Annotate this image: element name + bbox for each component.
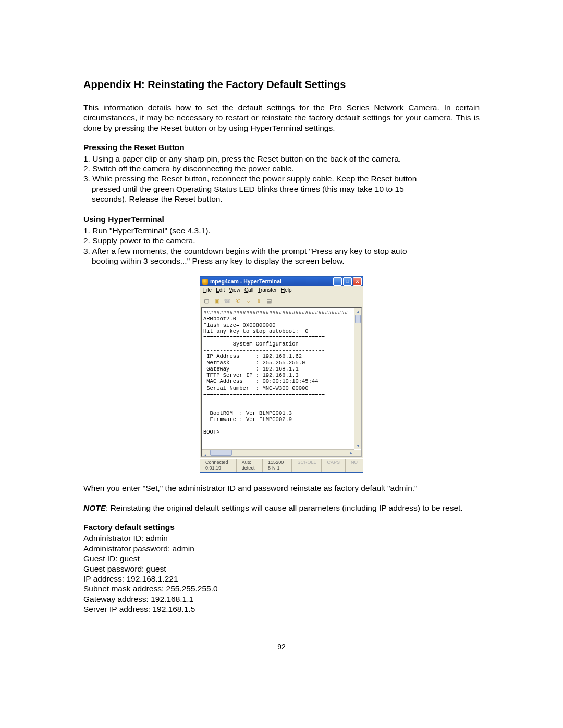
section-reset-button: Pressing the Reset Button 1. Using a pap… — [83, 142, 480, 204]
app-icon — [202, 279, 208, 285]
scroll-thumb[interactable] — [210, 450, 232, 456]
default-admin-id: Administrator ID: admin — [83, 533, 480, 543]
menu-help[interactable]: Help — [281, 287, 292, 294]
minimize-button[interactable]: _ — [333, 277, 342, 286]
document-page: Appendix H: Reinstating the Factory Defa… — [0, 0, 563, 728]
window-title: mpeg4cam - HyperTerminal — [210, 278, 282, 285]
step-1: 1. Run "HyperTerminal" (see 4.3.1). — [83, 226, 480, 236]
intro-paragraph: This information details how to set the … — [83, 103, 480, 133]
menu-file[interactable]: File — [203, 287, 212, 294]
hangup-icon[interactable]: ✆ — [234, 297, 242, 305]
resize-grip[interactable] — [354, 450, 361, 456]
menu-call[interactable]: Call — [244, 287, 253, 294]
receive-icon[interactable]: ⇧ — [254, 297, 263, 305]
page-title: Appendix H: Reinstating the Factory Defa… — [83, 78, 480, 91]
status-num: NU — [345, 459, 363, 473]
section-factory-defaults: Factory default settings Administrator I… — [83, 522, 480, 614]
section-hyperterminal: Using HyperTerminal 1. Run "HyperTermina… — [83, 214, 480, 266]
menu-bar: File Edit View Call Transfer Help — [200, 286, 363, 295]
status-caps: CAPS — [321, 459, 345, 473]
menu-transfer[interactable]: Transfer — [258, 287, 277, 294]
step-3b: pressed until the green Operating Status… — [83, 184, 480, 194]
maximize-button[interactable]: □ — [343, 277, 352, 286]
section-heading: Using HyperTerminal — [83, 214, 480, 224]
menu-view[interactable]: View — [229, 287, 240, 294]
scroll-right-icon[interactable]: ▸ — [348, 450, 354, 456]
status-scroll: SCROLL — [291, 459, 321, 473]
step-3c: seconds). Release the Reset button. — [83, 194, 480, 204]
default-guest-password: Guest password: guest — [83, 564, 480, 574]
default-gateway: Gateway address: 192.168.1.1 — [83, 594, 480, 604]
section-heading: Factory default settings — [83, 522, 480, 532]
terminal-output[interactable]: ########################################… — [202, 308, 361, 456]
status-connection: Connected 0:01:19 — [200, 459, 236, 473]
menu-edit[interactable]: Edit — [216, 287, 225, 294]
hyperterminal-window: mpeg4cam - HyperTerminal _ □ X File Edit… — [200, 276, 363, 473]
phone-icon[interactable]: ☎ — [223, 297, 231, 305]
close-button[interactable]: X — [353, 277, 362, 286]
step-3b: booting within 3 seconds..." Press any k… — [83, 256, 480, 266]
horizontal-scrollbar[interactable]: ◂ ▸ — [202, 449, 354, 456]
default-admin-password: Administrator password: admin — [83, 544, 480, 553]
scroll-down-icon[interactable]: ▾ — [354, 442, 361, 449]
window-titlebar[interactable]: mpeg4cam - HyperTerminal _ □ X — [200, 277, 363, 286]
note-paragraph: NOTE: Reinstating the original default s… — [83, 503, 480, 513]
status-detect: Auto detect — [236, 459, 262, 473]
note-label: NOTE — [83, 503, 106, 512]
vertical-scrollbar[interactable]: ▴ ▾ — [354, 308, 361, 449]
page-number: 92 — [83, 643, 480, 652]
step-2: 2. Supply power to the camera. — [83, 236, 480, 245]
default-server-ip: Server IP address: 192.168.1.5 — [83, 604, 480, 614]
toolbar: ▢ ▣ ☎ ✆ ⇩ ⇧ ▤ — [200, 295, 363, 307]
scroll-up-icon[interactable]: ▴ — [354, 308, 361, 315]
note-text: : Reinstating the original default setti… — [106, 503, 463, 512]
open-icon[interactable]: ▣ — [213, 297, 221, 305]
status-baud: 115200 8-N-1 — [262, 459, 291, 473]
step-1: 1. Using a paper clip or any sharp pin, … — [83, 154, 480, 164]
default-ip-address: IP address: 192.168.1.221 — [83, 574, 480, 584]
default-subnet-mask: Subnet mask address: 255.255.255.0 — [83, 584, 480, 594]
send-icon[interactable]: ⇩ — [244, 297, 252, 305]
new-icon[interactable]: ▢ — [202, 297, 211, 305]
step-2: 2. Switch off the camera by disconnectin… — [83, 164, 480, 174]
section-heading: Pressing the Reset Button — [83, 142, 480, 152]
terminal-container: ########################################… — [201, 307, 362, 457]
step-3a: 3. After a few moments, the countdown be… — [83, 246, 480, 256]
properties-icon[interactable]: ▤ — [265, 297, 273, 305]
status-bar: Connected 0:01:19 Auto detect 115200 8-N… — [200, 458, 363, 473]
after-set-paragraph: When you enter "Set," the administrator … — [83, 483, 480, 493]
step-3a: 3. While pressing the Reset button, reco… — [83, 174, 480, 183]
scroll-thumb[interactable] — [355, 315, 361, 323]
default-guest-id: Guest ID: guest — [83, 553, 480, 563]
scroll-left-icon[interactable]: ◂ — [202, 452, 209, 459]
